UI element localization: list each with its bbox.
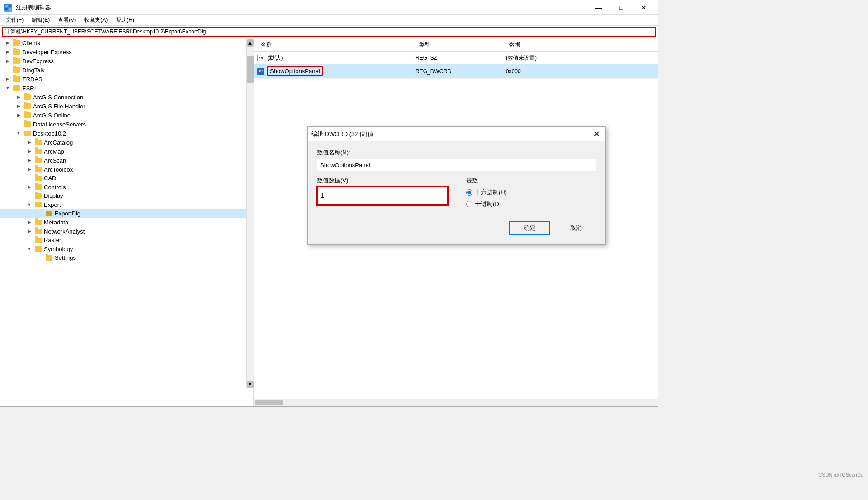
reg-row-default[interactable]: ab (默认) REG_SZ (数值未设置) — [254, 52, 658, 64]
menu-view[interactable]: 查看(V) — [54, 15, 80, 25]
col-type: 类型 — [415, 40, 506, 50]
tree-item-exportdlg[interactable]: ExportDlg — [0, 209, 253, 218]
tree-item-desktop10-2[interactable]: ▼ Desktop10.2 — [0, 129, 253, 138]
tree-item-symbology[interactable]: ▼ Symbology — [0, 244, 253, 253]
tree-label-settings: Settings — [54, 254, 76, 261]
title-bar-left: 注册表编辑器 — [4, 4, 51, 12]
tree-label-display: Display — [43, 192, 63, 199]
tree-toggle-esri[interactable]: ▼ — [4, 84, 11, 92]
address-input[interactable] — [2, 27, 656, 37]
reg-name-default: ab (默认) — [257, 54, 415, 62]
tree-item-cad[interactable]: CAD — [0, 174, 253, 182]
tree-item-erdas[interactable]: ▶ ERDAS — [0, 75, 253, 84]
registry-editor-icon — [4, 4, 12, 12]
tree-toggle-arcgis-online[interactable]: ▶ — [15, 112, 22, 119]
folder-icon-desktop10-2 — [24, 130, 31, 136]
tree-toggle-clients[interactable]: ▶ — [4, 39, 11, 47]
menu-bar: 文件(F) 编辑(E) 查看(V) 收藏夹(A) 帮助(H) — [0, 15, 658, 26]
tree-item-developer-express[interactable]: ▶ Developer Express — [0, 47, 253, 56]
tree-toggle-developer-express[interactable]: ▶ — [4, 48, 11, 56]
tree-toggle-networkanalyst[interactable]: ▶ — [26, 228, 33, 235]
tree-item-settings[interactable]: Settings — [0, 253, 253, 262]
folder-icon-arcscan — [34, 157, 42, 164]
horizontal-scrollbar[interactable] — [254, 399, 658, 406]
h-scroll-thumb[interactable] — [255, 400, 283, 405]
tree-toggle-arcgis-file-handler[interactable]: ▶ — [15, 103, 22, 110]
v-scroll-down[interactable]: ▼ — [247, 381, 254, 388]
svg-rect-3 — [9, 8, 11, 10]
ok-button[interactable]: 确定 — [509, 221, 550, 235]
tree-label-controls: Controls — [43, 184, 66, 191]
tree-item-arcmap[interactable]: ▶ ArcMap — [0, 147, 253, 156]
tree-item-display[interactable]: Display — [0, 192, 253, 200]
tree-item-metadata[interactable]: ▶ Metadata — [0, 218, 253, 227]
radio-hex-label: 十六进制(H) — [475, 188, 507, 196]
v-scroll-thumb[interactable] — [247, 56, 254, 83]
reg-label-show-options-panel: ShowOptionsPanel — [267, 66, 323, 76]
folder-icon-settings — [45, 255, 52, 261]
name-input[interactable] — [317, 159, 596, 171]
data-input[interactable] — [317, 187, 448, 205]
tree-item-arccatalog[interactable]: ▶ ArcCatalog — [0, 138, 253, 147]
tree-item-datalicense-servers[interactable]: DataLicenseServers — [0, 120, 253, 129]
tree-toggle-arctoolbox[interactable]: ▶ — [26, 166, 33, 173]
radio-dec[interactable]: 十进制(D) — [466, 200, 596, 208]
maximize-button[interactable]: □ — [611, 0, 632, 15]
tree-toggle-arcscan[interactable]: ▶ — [26, 157, 33, 164]
modal-title-bar: 编辑 DWORD (32 位)值 ✕ — [308, 127, 605, 141]
tree-item-arctoolbox[interactable]: ▶ ArcToolbox — [0, 165, 253, 174]
menu-help[interactable]: 帮助(H) — [112, 15, 138, 25]
tree-toggle-desktop10-2[interactable]: ▼ — [15, 130, 22, 137]
tree-toggle-arccatalog[interactable]: ▶ — [26, 139, 33, 146]
folder-icon-developer-express — [13, 49, 20, 55]
cancel-button[interactable]: 取消 — [556, 221, 596, 235]
tree-toggle-datalicense[interactable] — [15, 121, 22, 128]
tree-toggle-export[interactable]: ▼ — [26, 201, 33, 208]
data-label: 数值数据(V): — [317, 177, 448, 185]
title-bar: 注册表编辑器 — □ ✕ — [0, 0, 658, 15]
tree-label-raster: Raster — [43, 237, 61, 243]
tree-item-arcgis-file-handler[interactable]: ▶ ArcGIS File Handler — [0, 102, 253, 111]
tree-label-cad: CAD — [43, 175, 56, 182]
tree-toggle-arcmap[interactable]: ▶ — [26, 148, 33, 155]
tree-item-arcgis-connection[interactable]: ▶ ArcGIS Connection — [0, 93, 253, 102]
tree-item-controls[interactable]: ▶ Controls — [0, 182, 253, 192]
reg-row-show-options-panel[interactable]: 010 ShowOptionsPanel REG_DWORD 0x000 — [254, 64, 658, 79]
tree-item-arcgis-online[interactable]: ▶ ArcGIS Online — [0, 111, 253, 120]
radio-hex[interactable]: 十六进制(H) — [466, 188, 596, 196]
folder-icon-display — [34, 193, 42, 199]
tree-item-devexpress[interactable]: ▶ DevExpress — [0, 56, 253, 65]
tree-toggle-metadata[interactable]: ▶ — [26, 219, 33, 226]
modal-close-button[interactable]: ✕ — [591, 129, 602, 140]
tree-item-dingtalk[interactable]: DingTalk — [0, 65, 253, 75]
minimize-button[interactable]: — — [588, 0, 609, 15]
tree-toggle-symbology[interactable]: ▼ — [26, 245, 33, 252]
tree-item-arcscan[interactable]: ▶ ArcScan — [0, 156, 253, 165]
title-controls: — □ ✕ — [588, 0, 654, 15]
modal-title: 编辑 DWORD (32 位)值 — [311, 130, 373, 138]
tree-label-arcgis-online: ArcGIS Online — [32, 112, 71, 119]
tree-item-networkanalyst[interactable]: ▶ NetworkAnalyst — [0, 227, 253, 236]
tree-toggle-devexpress[interactable]: ▶ — [4, 57, 11, 65]
v-scroll-up[interactable]: ▲ — [247, 39, 254, 47]
reg-type-default: REG_SZ — [415, 55, 506, 61]
tree-toggle-controls[interactable]: ▶ — [26, 183, 33, 191]
menu-file[interactable]: 文件(F) — [2, 15, 27, 25]
tree-label-arccatalog: ArcCatalog — [43, 139, 73, 146]
tree-panel: ▶ Clients ▶ Developer Express ▶ DevExpre… — [0, 38, 254, 406]
radio-dec-label: 十进制(D) — [475, 200, 501, 208]
menu-edit[interactable]: 编辑(E) — [28, 15, 53, 25]
tree-item-esri[interactable]: ▼ ESRI — [0, 84, 253, 93]
folder-icon-arcgis-online — [24, 112, 31, 118]
tree-item-raster[interactable]: Raster — [0, 236, 253, 244]
tree-item-clients[interactable]: ▶ Clients — [0, 38, 253, 47]
tree-toggle-arcgis-connection[interactable]: ▶ — [15, 93, 22, 101]
radio-dec-input[interactable] — [466, 201, 472, 207]
menu-favorites[interactable]: 收藏夹(A) — [80, 15, 111, 25]
tree-toggle-erdas[interactable]: ▶ — [4, 75, 11, 83]
tree-vertical-scrollbar[interactable]: ▲ ▼ — [246, 38, 254, 388]
tree-item-export[interactable]: ▼ Export — [0, 200, 253, 209]
radio-hex-input[interactable] — [466, 189, 472, 196]
close-button[interactable]: ✕ — [633, 0, 654, 15]
folder-icon-erdas — [13, 76, 20, 82]
